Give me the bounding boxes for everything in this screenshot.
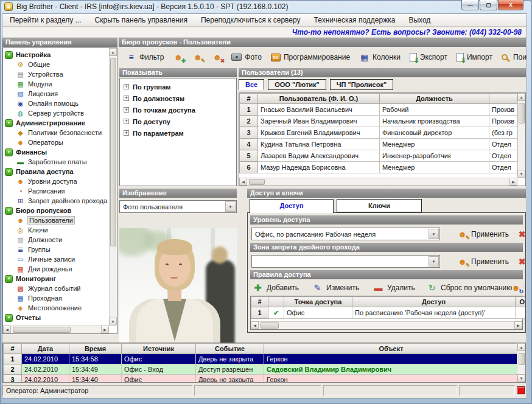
rules-horizontal-scrollbar[interactable]: ◀ ▶ [251, 321, 522, 329]
table-row[interactable]: 2Заречный Иван ВладимировичНачальник про… [240, 116, 517, 127]
sidebar-section-otchety[interactable]: ▼Отчеты [5, 313, 108, 322]
antipassback-zone-select[interactable]: ▼ [251, 255, 440, 268]
sidebar-section-monitoring[interactable]: ▼Мониторинг [5, 274, 108, 284]
sidebar-vertical-scrollbar[interactable]: ▲ ▼ [109, 48, 117, 326]
scroll-down-icon[interactable]: ▼ [109, 318, 117, 326]
table-row[interactable]: 5Лазарев Вадим АлександровичИнженер-разр… [240, 150, 517, 162]
tab-all[interactable]: Все [239, 79, 264, 90]
sidebar-horizontal-scrollbar[interactable]: ◀ ▶ [3, 326, 109, 333]
tree-item-po-dostupu[interactable]: +По доступу [121, 116, 235, 127]
log-vertical-scrollbar[interactable]: ▲ ▼ [517, 343, 525, 382]
scroll-thumb[interactable] [261, 322, 279, 329]
sidebar-section-byuro-propuskov[interactable]: ▼Бюро пропусков [5, 206, 108, 215]
collapse-icon[interactable]: ▼ [5, 275, 13, 283]
expand-icon[interactable]: + [124, 119, 129, 124]
sidebar-item-raspisaniya[interactable]: ◔Расписания [5, 186, 108, 196]
search-button[interactable]: Поиск [499, 51, 527, 63]
chevron-down-icon[interactable]: ▼ [429, 256, 439, 266]
sidebar-item-urovni-dostupa[interactable]: ☻Уровни доступа [5, 176, 108, 186]
tab-access[interactable]: Доступ [250, 199, 334, 213]
scroll-up-icon[interactable]: ▲ [517, 93, 525, 101]
log-row-granted[interactable]: 224.02.201015:34:49Офис - ВходДоступ раз… [4, 364, 519, 375]
sidebar-item-prokhodnaya[interactable]: ▦Проходная [5, 293, 108, 303]
sidebar-item-dni-rozhdenya[interactable]: ▦Дни рожденья [5, 264, 108, 274]
table-row[interactable]: 6Мазур Надежда БорисовнаМенеджерОтдел [240, 162, 517, 173]
collapse-icon[interactable]: ▼ [5, 148, 13, 156]
collapse-icon[interactable]: ▼ [5, 51, 13, 59]
maximize-button[interactable]: ▢ [480, 0, 497, 10]
scroll-right-icon[interactable]: ▶ [509, 178, 517, 186]
scroll-down-icon[interactable]: ▼ [517, 170, 525, 178]
sidebar-item-gruppy[interactable]: ≣Группы [5, 245, 108, 254]
scroll-right-icon[interactable]: ▶ [101, 326, 109, 333]
tab-chp-prolisok[interactable]: ЧП "Пролисок" [330, 79, 393, 90]
table-row[interactable]: 1 ✔ Офис По расписанию 'Рабочая неделя (… [251, 307, 527, 319]
add-rule-button[interactable]: ✚Добавить [253, 283, 299, 293]
columns-button[interactable]: ▦Колонки [357, 50, 403, 64]
add-user-button[interactable]: ☻✚ [170, 50, 186, 64]
scroll-up-icon[interactable]: ▲ [517, 343, 525, 351]
minimize-button[interactable]: — [461, 0, 479, 10]
sidebar-item-obshchie[interactable]: ⚙Общие [5, 60, 108, 69]
sidebar-item-operatory[interactable]: ☻Операторы [5, 138, 108, 147]
menu-support[interactable]: Техническая поддержка [314, 16, 396, 24]
reset-default-button[interactable]: ↻Сброс по умолчанию [427, 283, 512, 293]
collapse-icon[interactable]: ▼ [5, 207, 13, 215]
cancel-zone-button[interactable]: ✖Отменить [517, 257, 526, 266]
sidebar-item-mestopolozhenie[interactable]: ◈Местоположение [5, 303, 108, 313]
sidebar-item-klyuchi[interactable]: ◎Ключи [5, 225, 108, 235]
access-level-select[interactable]: Офис, по расписанию Рабочая неделя ▼ [251, 228, 440, 240]
expand-icon[interactable]: + [124, 130, 129, 136]
scroll-thumb[interactable] [519, 353, 525, 365]
import-button[interactable]: ⇩Импорт [454, 51, 495, 64]
sidebar-item-polzovateli[interactable]: ☻Пользователи [5, 215, 108, 225]
sidebar-section-pravila-dostupa[interactable]: ▼Правила доступа [5, 167, 108, 176]
chevron-down-icon[interactable]: ▼ [429, 229, 439, 239]
sidebar-item-lichnye-zapisi[interactable]: ▭Личные записи [5, 254, 108, 264]
expand-icon[interactable]: + [124, 96, 129, 101]
chevron-down-icon[interactable]: ▼ [225, 201, 236, 212]
table-row[interactable]: 1Гнасько Василий ВасильевичРабочийПроизв [240, 104, 517, 116]
scroll-left-icon[interactable]: ◀ [239, 178, 247, 186]
sidebar-item-zhurnal-sobytiy[interactable]: ▩Журнал событий [5, 284, 108, 293]
sidebar-item-politiki-bezopasnosti[interactable]: ◆Политики безопасности [5, 128, 108, 138]
scroll-left-icon[interactable]: ◀ [3, 326, 11, 333]
scroll-thumb[interactable] [519, 103, 525, 124]
log-row-selected[interactable]: 124.02.201015:34:58ОфисДверь не закрытаГ… [4, 354, 519, 364]
scroll-right-icon[interactable]: ▶ [514, 321, 522, 329]
scroll-up-icon[interactable]: ▲ [109, 48, 117, 56]
sidebar-section-administrirovanie[interactable]: ▼Администрирование [5, 118, 108, 128]
tree-item-po-parametram[interactable]: +По параметрам [121, 127, 235, 139]
users-horizontal-scrollbar[interactable]: ◀ ▶ [239, 178, 517, 186]
sidebar-item-zarabotnye-platy[interactable]: ▬Заработные платы [5, 157, 108, 167]
edit-rule-button[interactable]: ✎Изменить [312, 283, 359, 293]
table-row[interactable]: 4Кудина Татьяна ПетровнаМенеджерОтдел [240, 139, 517, 150]
refresh-button[interactable]: ☻↻Обновит [511, 283, 526, 293]
tree-item-po-gruppam[interactable]: +По группам [121, 81, 235, 92]
sidebar-item-ustroystva[interactable]: ▤Устройства [5, 69, 108, 79]
sidebar-section-finansy[interactable]: ▼Финансы [5, 147, 108, 157]
menu-exit[interactable]: Выход [408, 16, 430, 24]
filter-button[interactable]: ≡Фильтр [124, 50, 166, 64]
title-bar[interactable]: Big Brother - Client - IRS [info@irs.kie… [0, 0, 532, 13]
sidebar-item-onlayn-pomoshch[interactable]: ◉Онлайн помощь [5, 99, 108, 108]
apply-level-button[interactable]: ☻✎Применить [457, 229, 509, 239]
expand-icon[interactable]: + [124, 107, 129, 113]
sidebar-item-litsenziya[interactable]: ▧Лицензия [5, 89, 108, 99]
tree-item-po-tochkam-dostupa[interactable]: +По точкам доступа [121, 104, 235, 116]
apply-zone-button[interactable]: ☻✎Применить [457, 257, 509, 266]
image-type-select[interactable]: Фото пользователя ▼ [119, 200, 237, 213]
delete-rule-button[interactable]: ▬Удалить [373, 283, 415, 293]
sidebar-section-nastroyka[interactable]: ▼Настройка [5, 50, 108, 60]
scroll-thumb[interactable] [249, 179, 265, 185]
collapse-icon[interactable]: ▼ [5, 314, 13, 322]
programming-button[interactable]: 01Программирование [268, 51, 352, 63]
close-button[interactable]: X [498, 0, 523, 10]
tab-keys[interactable]: Ключи [337, 199, 422, 212]
cancel-level-button[interactable]: ✖Отменить [517, 229, 526, 239]
log-row-alarm[interactable]: 324.02.201015:34:40ОфисДверь не закрытаГ… [4, 375, 519, 383]
users-vertical-scrollbar[interactable]: ▲ ▼ [517, 93, 525, 178]
menu-reconnect[interactable]: Переподключиться к серверу [201, 16, 301, 24]
scroll-left-icon[interactable]: ◀ [251, 321, 259, 329]
menu-goto-section[interactable]: Перейти к разделу ... [10, 16, 82, 24]
